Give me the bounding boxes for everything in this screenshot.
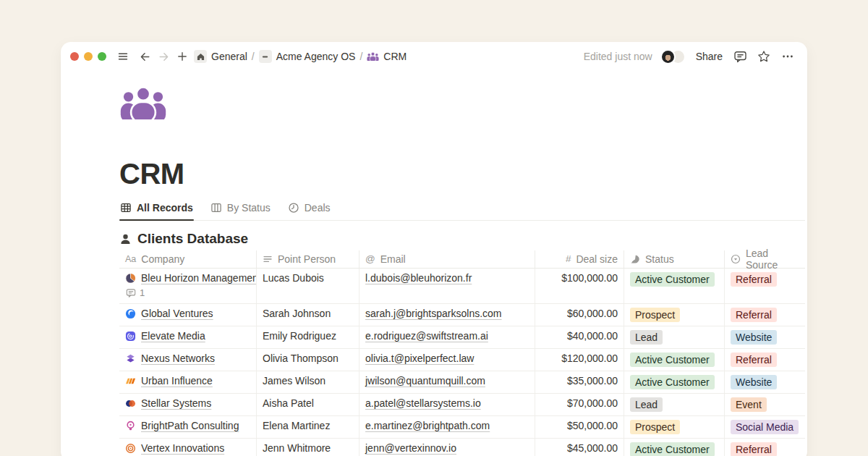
- company-page-link[interactable]: Global Ventures: [141, 308, 213, 319]
- tab-deals[interactable]: Deals: [287, 200, 331, 220]
- cell-lead-source[interactable]: Website: [725, 326, 805, 348]
- share-button[interactable]: Share: [694, 51, 725, 62]
- more-icon[interactable]: [779, 48, 796, 65]
- email-link[interactable]: olivia.t@pixelperfect.law: [365, 352, 474, 364]
- cell-deal-size[interactable]: $120,000.00: [535, 349, 624, 371]
- cell-email[interactable]: l.dubois@bleuhorizon.fr: [359, 269, 535, 303]
- cell-email[interactable]: a.patel@stellarsystems.io: [359, 394, 535, 415]
- forward-arrow-icon[interactable]: [155, 48, 172, 65]
- hamburger-icon[interactable]: [114, 48, 132, 65]
- tab-all-records[interactable]: All Records: [119, 200, 194, 220]
- cell-company[interactable]: Urban Influence: [119, 371, 257, 393]
- cell-company[interactable]: Vertex Innovations: [119, 439, 257, 456]
- lead-source-badge[interactable]: Referral: [731, 442, 777, 456]
- cell-lead-source[interactable]: Social Media: [725, 416, 805, 438]
- cell-lead-source[interactable]: Website: [725, 371, 805, 393]
- cell-point-person[interactable]: Emily Rodriguez: [257, 326, 359, 348]
- cell-lead-source[interactable]: Referral: [725, 304, 805, 326]
- cell-deal-size[interactable]: $35,000.00: [535, 371, 624, 393]
- cell-status[interactable]: Prospect: [624, 304, 725, 326]
- column-header-lead-source[interactable]: Lead Source: [725, 250, 805, 268]
- cell-status[interactable]: Prospect: [624, 416, 725, 438]
- email-link[interactable]: jenn@vertexinnov.io: [365, 442, 456, 454]
- cell-email[interactable]: jwilson@quantumquill.com: [359, 371, 535, 393]
- avatar[interactable]: [660, 49, 676, 64]
- lead-source-badge[interactable]: Event: [731, 397, 767, 412]
- email-link[interactable]: l.dubois@bleuhorizon.fr: [365, 272, 472, 284]
- column-header-company[interactable]: AaCompany: [119, 250, 257, 268]
- lead-source-badge[interactable]: Referral: [731, 352, 777, 367]
- plus-icon[interactable]: [174, 48, 191, 65]
- people-group-icon[interactable]: [119, 87, 167, 119]
- cell-company[interactable]: Stellar Systems: [119, 394, 257, 415]
- breadcrumb-general[interactable]: General: [194, 50, 247, 63]
- company-page-link[interactable]: BrightPath Consulting: [141, 420, 239, 431]
- company-page-link[interactable]: Urban Influence: [141, 375, 213, 387]
- cell-status[interactable]: Active Customer: [624, 269, 725, 303]
- cell-point-person[interactable]: Lucas Dubois: [257, 269, 359, 303]
- cell-lead-source[interactable]: Referral: [725, 439, 805, 456]
- email-link[interactable]: e.rodriguez@swiftstream.ai: [365, 330, 488, 342]
- cell-point-person[interactable]: Aisha Patel: [257, 394, 359, 415]
- column-header-deal-size[interactable]: #Deal size: [535, 250, 624, 268]
- lead-source-badge[interactable]: Website: [731, 330, 777, 345]
- cell-email[interactable]: e.martinez@brightpath.com: [359, 416, 535, 438]
- star-icon[interactable]: [755, 48, 773, 65]
- cell-email[interactable]: olivia.t@pixelperfect.law: [359, 349, 535, 371]
- cell-email[interactable]: e.rodriguez@swiftstream.ai: [359, 326, 535, 348]
- cell-deal-size[interactable]: $40,000.00: [535, 326, 624, 348]
- company-page-link[interactable]: Vertex Innovations: [141, 442, 224, 454]
- cell-status[interactable]: Active Customer: [624, 439, 725, 456]
- lead-source-badge[interactable]: Referral: [731, 308, 777, 322]
- cell-status[interactable]: Lead: [624, 394, 725, 415]
- status-badge[interactable]: Prospect: [630, 420, 680, 434]
- cell-deal-size[interactable]: $45,000.00: [535, 439, 624, 456]
- cell-company[interactable]: BrightPath Consulting: [119, 416, 257, 438]
- cell-email[interactable]: jenn@vertexinnov.io: [359, 439, 535, 456]
- email-link[interactable]: a.patel@stellarsystems.io: [365, 397, 481, 409]
- close-window-icon[interactable]: [70, 52, 79, 61]
- cell-deal-size[interactable]: $100,000.00: [535, 269, 624, 303]
- comment-bubble-icon[interactable]: [731, 48, 749, 65]
- status-badge[interactable]: Lead: [630, 330, 663, 345]
- cell-point-person[interactable]: Olivia Thompson: [257, 349, 359, 371]
- status-badge[interactable]: Lead: [630, 397, 663, 412]
- breadcrumb-workspace[interactable]: Acme Agency OS: [259, 50, 356, 63]
- status-badge[interactable]: Active Customer: [630, 352, 715, 367]
- status-badge[interactable]: Active Customer: [630, 375, 715, 389]
- company-page-link[interactable]: Stellar Systems: [141, 397, 211, 409]
- cell-status[interactable]: Lead: [624, 326, 725, 348]
- cell-status[interactable]: Active Customer: [624, 371, 725, 393]
- status-badge[interactable]: Active Customer: [630, 442, 715, 456]
- comment-count[interactable]: 1: [125, 287, 250, 298]
- cell-company[interactable]: Global Ventures: [119, 304, 257, 326]
- back-arrow-icon[interactable]: [136, 48, 153, 65]
- cell-company[interactable]: Elevate Media: [119, 326, 257, 348]
- cell-point-person[interactable]: James Wilson: [257, 371, 359, 393]
- cell-lead-source[interactable]: Referral: [725, 269, 805, 303]
- column-header-point-person[interactable]: Point Person: [257, 250, 359, 268]
- company-page-link[interactable]: Bleu Horizon Management: [141, 272, 257, 284]
- email-link[interactable]: jwilson@quantumquill.com: [365, 375, 485, 387]
- company-page-link[interactable]: Elevate Media: [141, 330, 205, 342]
- minimize-window-icon[interactable]: [84, 52, 93, 61]
- zoom-window-icon[interactable]: [98, 52, 106, 61]
- cell-company[interactable]: Nexus Networks: [119, 349, 257, 371]
- lead-source-badge[interactable]: Website: [731, 375, 777, 389]
- breadcrumb-page-crm[interactable]: CRM: [367, 51, 407, 62]
- lead-source-badge[interactable]: Referral: [731, 272, 777, 287]
- column-header-email[interactable]: @Email: [359, 250, 535, 268]
- cell-point-person[interactable]: Elena Martinez: [257, 416, 359, 438]
- cell-status[interactable]: Active Customer: [624, 349, 725, 371]
- cell-company[interactable]: Bleu Horizon Management 1: [119, 269, 257, 303]
- cell-email[interactable]: sarah.j@brightsparksolns.com: [359, 304, 535, 326]
- cell-point-person[interactable]: Sarah Johnson: [257, 304, 359, 326]
- cell-deal-size[interactable]: $60,000.00: [535, 304, 624, 326]
- status-badge[interactable]: Active Customer: [630, 272, 715, 287]
- email-link[interactable]: sarah.j@brightsparksolns.com: [365, 308, 502, 319]
- cell-deal-size[interactable]: $50,000.00: [535, 416, 624, 438]
- cell-point-person[interactable]: Jenn Whitmore: [257, 439, 359, 456]
- tab-by-status[interactable]: By Status: [210, 200, 271, 220]
- status-badge[interactable]: Prospect: [630, 308, 680, 322]
- cell-lead-source[interactable]: Referral: [725, 349, 805, 371]
